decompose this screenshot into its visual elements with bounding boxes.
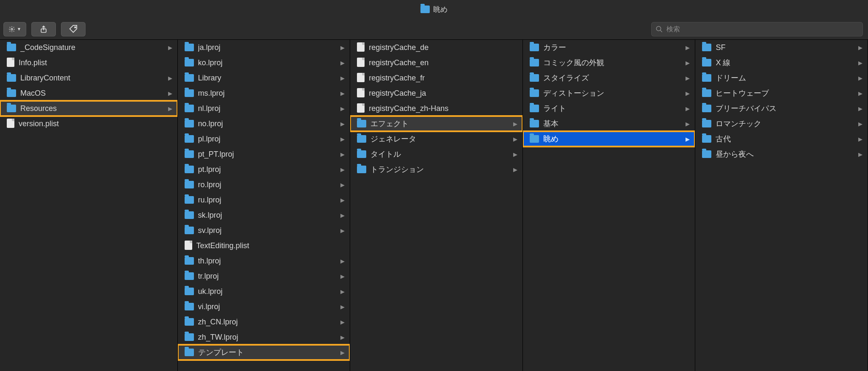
folder-item[interactable]: Resources▶ bbox=[0, 101, 177, 116]
item-label: 基本 bbox=[543, 119, 682, 129]
item-label: 古代 bbox=[716, 134, 854, 144]
folder-item[interactable]: トランジション▶ bbox=[350, 162, 522, 177]
folder-icon bbox=[357, 166, 366, 173]
folder-icon bbox=[530, 135, 539, 143]
folder-item[interactable]: 眺め▶ bbox=[523, 131, 695, 147]
folder-item[interactable]: vi.lproj▶ bbox=[178, 299, 350, 314]
folder-item[interactable]: ディストーション▶ bbox=[523, 86, 695, 101]
folder-item[interactable]: nl.lproj▶ bbox=[178, 101, 350, 116]
search-field[interactable] bbox=[651, 22, 863, 36]
share-button[interactable] bbox=[31, 22, 56, 36]
folder-item[interactable]: th.lproj▶ bbox=[178, 253, 350, 269]
chevron-right-icon: ▶ bbox=[513, 151, 517, 158]
chevron-right-icon: ▶ bbox=[168, 75, 172, 81]
folder-item[interactable]: 古代▶ bbox=[695, 131, 868, 147]
folder-item[interactable]: pl.lproj▶ bbox=[178, 131, 350, 147]
folder-item[interactable]: pt_PT.lproj▶ bbox=[178, 147, 350, 162]
chevron-right-icon: ▶ bbox=[340, 90, 345, 97]
folder-item[interactable]: MacOS▶ bbox=[0, 86, 177, 101]
folder-item[interactable]: ヒートウェーブ▶ bbox=[695, 86, 868, 101]
finder-column[interactable]: ja.lproj▶ko.lproj▶Library▶ms.lproj▶nl.lp… bbox=[178, 40, 351, 371]
finder-column[interactable]: registryCache_deregistryCache_enregistry… bbox=[350, 40, 523, 371]
chevron-right-icon: ▶ bbox=[686, 121, 690, 127]
folder-item[interactable]: pt.lproj▶ bbox=[178, 162, 350, 177]
folder-icon bbox=[702, 44, 711, 51]
search-input[interactable] bbox=[666, 25, 859, 33]
file-item[interactable]: TextEditing.plist bbox=[178, 238, 350, 253]
folder-item[interactable]: 昼から夜へ▶ bbox=[695, 147, 868, 162]
file-item[interactable]: registryCache_de bbox=[350, 40, 522, 55]
folder-item[interactable]: エフェクト▶ bbox=[350, 116, 522, 131]
item-label: トランジション bbox=[370, 164, 509, 174]
action-menu-button[interactable]: ▼ bbox=[3, 22, 26, 36]
search-icon bbox=[655, 25, 663, 33]
file-item[interactable]: version.plist bbox=[0, 116, 177, 131]
finder-column[interactable]: _CodeSignature▶Info.plistLibraryContent▶… bbox=[0, 40, 178, 371]
folder-icon bbox=[702, 135, 711, 143]
folder-icon bbox=[7, 74, 16, 82]
folder-item[interactable]: SF▶ bbox=[695, 40, 868, 55]
item-label: コミック風の外観 bbox=[543, 58, 682, 68]
folder-icon bbox=[185, 44, 194, 51]
file-item[interactable]: Info.plist bbox=[0, 55, 177, 70]
folder-item[interactable]: no.lproj▶ bbox=[178, 116, 350, 131]
chevron-right-icon: ▶ bbox=[340, 60, 345, 66]
folder-item[interactable]: カラー▶ bbox=[523, 40, 695, 55]
item-label: _CodeSignature bbox=[20, 43, 164, 52]
chevron-right-icon: ▶ bbox=[686, 44, 690, 51]
folder-item[interactable]: コミック風の外観▶ bbox=[523, 55, 695, 70]
finder-column[interactable]: カラー▶コミック風の外観▶スタイライズ▶ディストーション▶ライト▶基本▶眺め▶ bbox=[523, 40, 696, 371]
chevron-right-icon: ▶ bbox=[513, 166, 517, 173]
file-icon bbox=[357, 103, 365, 113]
folder-item[interactable]: ms.lproj▶ bbox=[178, 86, 350, 101]
folder-item[interactable]: ro.lproj▶ bbox=[178, 177, 350, 192]
folder-item[interactable]: zh_TW.lproj▶ bbox=[178, 329, 350, 345]
folder-icon bbox=[185, 105, 194, 112]
chevron-right-icon: ▶ bbox=[858, 60, 862, 66]
file-icon bbox=[7, 119, 14, 128]
folder-item[interactable]: ru.lproj▶ bbox=[178, 192, 350, 208]
folder-item[interactable]: tr.lproj▶ bbox=[178, 269, 350, 284]
item-label: ms.lproj bbox=[198, 89, 337, 98]
item-label: registryCache_en bbox=[369, 58, 519, 67]
item-label: TextEditing.plist bbox=[196, 241, 347, 250]
folder-item[interactable]: zh_CN.lproj▶ bbox=[178, 314, 350, 329]
item-label: zh_TW.lproj bbox=[198, 333, 337, 342]
folder-item[interactable]: sv.lproj▶ bbox=[178, 223, 350, 238]
folder-item[interactable]: ドリーム▶ bbox=[695, 70, 868, 86]
item-label: Library bbox=[198, 74, 337, 83]
folder-item[interactable]: テンプレート▶ bbox=[178, 345, 350, 360]
file-icon bbox=[357, 73, 365, 82]
folder-item[interactable]: ja.lproj▶ bbox=[178, 40, 350, 55]
folder-item[interactable]: ブリーチバイパス▶ bbox=[695, 101, 868, 116]
folder-item[interactable]: ko.lproj▶ bbox=[178, 55, 350, 70]
folder-item[interactable]: sk.lproj▶ bbox=[178, 208, 350, 223]
folder-item[interactable]: X 線▶ bbox=[695, 55, 868, 70]
chevron-right-icon: ▶ bbox=[340, 304, 345, 310]
file-item[interactable]: registryCache_fr bbox=[350, 70, 522, 86]
file-item[interactable]: registryCache_zh-Hans bbox=[350, 101, 522, 116]
folder-item[interactable]: ライト▶ bbox=[523, 101, 695, 116]
folder-icon bbox=[530, 59, 539, 66]
finder-column[interactable]: SF▶X 線▶ドリーム▶ヒートウェーブ▶ブリーチバイパス▶ロマンチック▶古代▶昼… bbox=[695, 40, 868, 371]
folder-icon bbox=[530, 74, 539, 82]
file-item[interactable]: registryCache_en bbox=[350, 55, 522, 70]
item-label: ドリーム bbox=[716, 73, 854, 83]
folder-item[interactable]: LibraryContent▶ bbox=[0, 70, 177, 86]
chevron-right-icon: ▶ bbox=[858, 44, 862, 51]
folder-item[interactable]: ロマンチック▶ bbox=[695, 116, 868, 131]
folder-item[interactable]: 基本▶ bbox=[523, 116, 695, 131]
file-item[interactable]: registryCache_ja bbox=[350, 86, 522, 101]
folder-item[interactable]: スタイライズ▶ bbox=[523, 70, 695, 86]
chevron-right-icon: ▶ bbox=[686, 90, 690, 97]
item-label: SF bbox=[716, 43, 854, 52]
folder-item[interactable]: uk.lproj▶ bbox=[178, 284, 350, 299]
svg-point-0 bbox=[11, 28, 13, 30]
folder-item[interactable]: _CodeSignature▶ bbox=[0, 40, 177, 55]
folder-icon bbox=[185, 150, 194, 158]
folder-item[interactable]: Library▶ bbox=[178, 70, 350, 86]
tag-button[interactable] bbox=[61, 22, 86, 36]
folder-item[interactable]: ジェネレータ▶ bbox=[350, 131, 522, 147]
chevron-right-icon: ▶ bbox=[340, 334, 345, 341]
folder-item[interactable]: タイトル▶ bbox=[350, 147, 522, 162]
